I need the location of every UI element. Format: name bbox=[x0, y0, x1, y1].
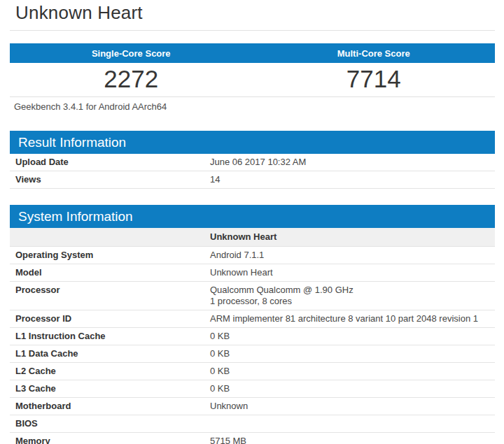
system-information-section: System Information Unknown Heart Operati… bbox=[10, 205, 495, 444]
row-value bbox=[210, 415, 495, 432]
row-label: Upload Date bbox=[10, 154, 210, 171]
table-row: L2 Cache 0 KB bbox=[10, 363, 495, 380]
table-row: L1 Instruction Cache 0 KB bbox=[10, 328, 495, 345]
row-label: Processor ID bbox=[10, 310, 210, 327]
table-row: Motherboard Unknown bbox=[10, 398, 495, 415]
page-title: Unknown Heart bbox=[10, 0, 495, 23]
score-value-row: 2272 7714 bbox=[10, 63, 495, 97]
row-value: June 06 2017 10:32 AM bbox=[210, 154, 495, 171]
table-row: Model Unknown Heart bbox=[10, 264, 495, 282]
system-information-heading: System Information bbox=[10, 205, 495, 228]
geekbench-result-page: Unknown Heart Single-Core Score Multi-Co… bbox=[0, 0, 504, 444]
score-value: 2272 bbox=[10, 63, 253, 96]
table-row: Views 14 bbox=[10, 171, 495, 189]
row-label: Views bbox=[10, 171, 210, 188]
top-divider bbox=[10, 30, 495, 31]
row-label: L2 Cache bbox=[10, 363, 210, 380]
row-value: Unknown Heart bbox=[210, 264, 495, 281]
row-value: Android 7.1.1 bbox=[210, 247, 495, 264]
row-label: Motherboard bbox=[10, 398, 210, 415]
row-value: 0 KB bbox=[210, 328, 495, 345]
score-value: 7714 bbox=[253, 63, 496, 96]
result-information-table: Upload Date June 06 2017 10:32 AM Views … bbox=[10, 154, 495, 189]
row-value: 0 KB bbox=[210, 380, 495, 397]
row-label: Memory bbox=[10, 433, 210, 444]
row-label: BIOS bbox=[10, 415, 210, 432]
table-row: L3 Cache 0 KB bbox=[10, 380, 495, 398]
score-header-row: Single-Core Score Multi-Core Score bbox=[10, 43, 495, 63]
result-information-section: Result Information Upload Date June 06 2… bbox=[10, 131, 495, 189]
table-row: Memory 5715 MB bbox=[10, 433, 495, 444]
result-information-heading: Result Information bbox=[10, 131, 495, 154]
device-subheader-row: Unknown Heart bbox=[10, 228, 495, 247]
table-row: Processor ID ARM implementer 81 architec… bbox=[10, 310, 495, 328]
system-information-table: Operating System Android 7.1.1 Model Unk… bbox=[10, 247, 495, 444]
row-value: 5715 MB bbox=[210, 433, 495, 444]
table-row: Operating System Android 7.1.1 bbox=[10, 247, 495, 264]
row-label: L1 Data Cache bbox=[10, 345, 210, 362]
row-value: 0 KB bbox=[210, 363, 495, 380]
table-row: BIOS bbox=[10, 415, 495, 433]
table-row: L1 Data Cache 0 KB bbox=[10, 345, 495, 363]
row-label: L1 Instruction Cache bbox=[10, 328, 210, 345]
benchmark-version-caption: Geekbench 3.4.1 for Android AArch64 bbox=[10, 97, 495, 113]
device-name: Unknown Heart bbox=[210, 228, 495, 246]
score-header-label: Multi-Core Score bbox=[253, 43, 496, 63]
row-value: 0 KB bbox=[210, 345, 495, 362]
score-header-label: Single-Core Score bbox=[10, 43, 253, 63]
row-value: 14 bbox=[210, 171, 495, 188]
table-row: Upload Date June 06 2017 10:32 AM bbox=[10, 154, 495, 171]
subheader-spacer bbox=[10, 228, 210, 246]
row-label: Model bbox=[10, 264, 210, 281]
row-value: Qualcomm Qualcomm @ 1.90 GHz 1 processor… bbox=[210, 282, 495, 310]
row-value: Unknown bbox=[210, 398, 495, 415]
table-row: Processor Qualcomm Qualcomm @ 1.90 GHz 1… bbox=[10, 282, 495, 310]
row-value: ARM implementer 81 architecture 8 varian… bbox=[210, 310, 495, 327]
row-label: Operating System bbox=[10, 247, 210, 264]
row-label: L3 Cache bbox=[10, 380, 210, 397]
row-label: Processor bbox=[10, 282, 210, 310]
